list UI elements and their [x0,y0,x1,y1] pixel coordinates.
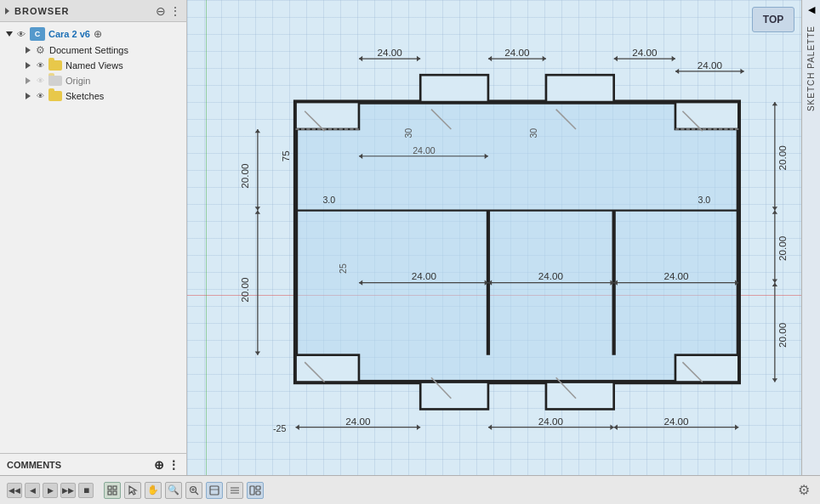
svg-text:20.00: 20.00 [239,163,250,189]
zoom-icon[interactable]: 🔍 [165,482,182,499]
layout-icon[interactable] [247,482,264,499]
svg-text:3.0: 3.0 [322,195,335,205]
svg-text:24.00: 24.00 [538,270,564,281]
svg-marker-27 [488,56,492,61]
tree-arrow-origin[interactable] [24,76,32,85]
eye-icon-origin[interactable]: 👁 [34,75,46,87]
gear-icon-doc-settings: ⚙ [34,44,46,56]
svg-text:24.00: 24.00 [412,270,437,281]
svg-marker-67 [772,279,777,282]
folder-icon-origin [48,76,62,86]
svg-text:24.00: 24.00 [663,270,689,281]
browser-header-icons: ⊖ ⋮ [156,4,181,18]
svg-text:20.00: 20.00 [777,235,788,261]
top-button-label: TOP [763,14,783,25]
svg-text:24.00: 24.00 [377,47,402,58]
tree-item-origin[interactable]: 👁 Origin [0,73,186,88]
palette-collapse-arrow[interactable]: ◀ [806,3,817,15]
document-icon-cara2v6: C [30,27,45,41]
zoom-region-icon[interactable] [185,482,202,499]
tree-label-cara2v6: Cara 2 v6 [48,29,90,39]
browser-overflow-icon[interactable]: ⊖ [156,4,166,18]
svg-marker-28 [543,56,546,61]
comments-label: COMMENTS [7,460,61,470]
sketch-palette-label: SKETCH PALETTE [806,25,816,111]
browser-collapse-arrow[interactable] [5,8,9,14]
svg-marker-31 [614,56,618,61]
settings-gear-button[interactable]: ⚙ [794,481,813,500]
nav-buttons-group: ◀◀ ◀ ▶ ▶▶ ⏹ [7,483,94,498]
svg-rect-3 [546,75,614,102]
svg-marker-78 [488,425,492,430]
svg-text:24.00: 24.00 [413,145,436,156]
svg-marker-83 [735,425,738,430]
eye-icon-cara2v6[interactable]: 👁 [15,28,27,40]
comments-overflow-icon[interactable]: ⋮ [168,458,179,472]
svg-rect-5 [296,355,359,382]
browser-title: BROWSER [14,6,156,16]
svg-rect-109 [256,491,260,495]
sketch-palette-panel: ◀ SKETCH PALETTE [801,0,820,475]
tree-arrow-sketches[interactable] [24,92,32,100]
bottom-toolbar: ◀◀ ◀ ▶ ▶▶ ⏹ ✋ 🔍 ⚙ [0,475,820,504]
svg-rect-7 [546,382,614,410]
canvas-area: 24.00 24.00 24.00 24.00 75 20.00 20.00 3… [187,0,820,475]
svg-rect-0 [296,102,739,382]
svg-marker-45 [255,351,260,354]
eye-icon-named-views[interactable]: 👁 [34,59,46,71]
svg-text:-25: -25 [273,423,286,433]
hand-icon[interactable]: ✋ [145,482,162,499]
svg-text:25: 25 [338,263,348,274]
svg-marker-44 [255,211,260,214]
tree-item-sketches[interactable]: 👁 Sketches [0,88,186,104]
nav-prev-button[interactable]: ◀ [25,483,40,498]
tree-arrow-cara2v6[interactable] [5,30,14,38]
svg-marker-62 [772,102,777,105]
nav-last-button[interactable]: ⏹ [78,483,94,498]
svg-text:24.00: 24.00 [698,59,723,71]
svg-marker-40 [255,129,260,133]
top-view-button[interactable]: TOP [752,7,794,32]
tree-item-named-views[interactable]: 👁 Named Views [0,58,186,73]
grid-toggle-icon[interactable] [226,482,243,499]
nav-first-button[interactable]: ◀◀ [7,483,22,498]
display-mode-icon[interactable] [206,482,223,499]
svg-rect-107 [250,486,254,495]
folder-icon-sketches [48,91,62,101]
svg-text:3.0: 3.0 [698,195,711,205]
svg-rect-108 [256,486,260,490]
svg-marker-35 [675,69,679,74]
browser-menu-icon[interactable]: ⋮ [169,4,181,18]
tree-label-doc-settings: Document Settings [49,45,128,55]
svg-text:24.00: 24.00 [504,47,530,58]
nav-play-button[interactable]: ▶ [43,483,58,498]
svg-marker-24 [417,56,420,61]
svg-marker-36 [740,69,743,74]
svg-rect-6 [420,382,488,410]
svg-marker-75 [417,425,420,430]
svg-marker-70 [772,283,777,286]
svg-rect-8 [675,355,738,382]
tree-item-cara2v6[interactable]: 👁 C Cara 2 v6 ⊕ [0,25,186,42]
tree-arrow-named-views[interactable] [24,61,32,70]
svg-marker-66 [772,211,777,214]
svg-marker-63 [772,207,777,210]
tree-arrow-doc-settings[interactable] [24,46,32,54]
svg-marker-32 [672,56,675,61]
cara-menu-icon[interactable]: ⊕ [94,28,102,40]
browser-header: BROWSER ⊖ ⋮ [0,0,186,22]
svg-marker-97 [129,486,136,495]
svg-marker-71 [772,378,777,382]
sketch-grid-icon[interactable] [104,482,121,499]
svg-rect-96 [113,491,117,495]
nav-next-button[interactable]: ▶▶ [60,483,76,498]
svg-rect-93 [108,486,111,490]
eye-icon-sketches[interactable]: 👁 [34,90,46,102]
tree-item-document-settings[interactable]: ⚙ Document Settings [0,42,186,58]
browser-panel: BROWSER ⊖ ⋮ 👁 C Cara 2 v6 ⊕ ⚙ Document S… [0,0,187,504]
select-icon[interactable] [124,482,141,499]
comments-bar: COMMENTS ⊕ ⋮ [0,453,187,475]
comments-add-icon[interactable]: ⊕ [154,458,164,472]
svg-rect-94 [113,486,117,490]
svg-rect-102 [210,486,219,495]
